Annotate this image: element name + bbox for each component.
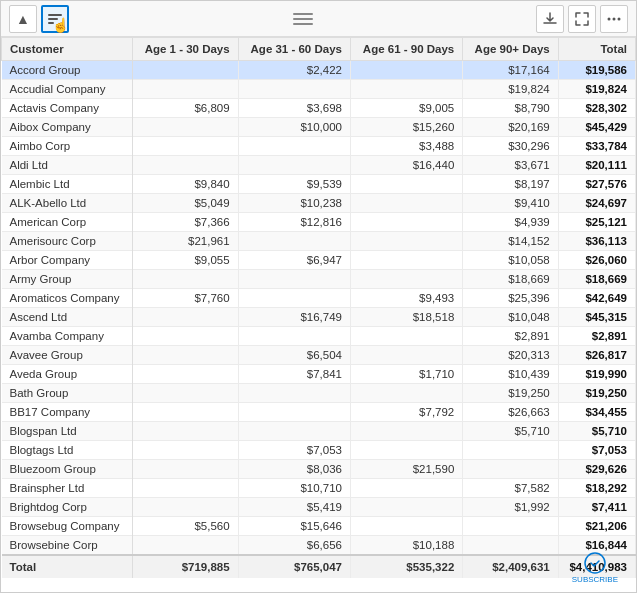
- cell-amount: [132, 118, 238, 137]
- cell-amount: $6,504: [238, 346, 350, 365]
- table-row: ALK-Abello Ltd$5,049$10,238$9,410$24,697: [2, 194, 636, 213]
- table-row: American Corp$7,366$12,816$4,939$25,121: [2, 213, 636, 232]
- svg-point-3: [608, 17, 611, 20]
- table-wrapper[interactable]: Customer Age 1 - 30 Days Age 31 - 60 Day…: [1, 37, 636, 592]
- cell-customer: Accord Group: [2, 61, 133, 80]
- cell-customer: Aromaticos Company: [2, 289, 133, 308]
- cell-amount: $5,710: [463, 422, 558, 441]
- cell-amount: $10,238: [238, 194, 350, 213]
- cell-amount: $6,947: [238, 251, 350, 270]
- total-age-1-30: $719,885: [132, 555, 238, 578]
- cell-amount: $24,697: [558, 194, 635, 213]
- scroll-up-button[interactable]: ▲: [9, 5, 37, 33]
- sort-button[interactable]: [41, 5, 69, 33]
- cell-amount: $7,053: [558, 441, 635, 460]
- cell-amount: $3,488: [350, 137, 462, 156]
- cell-amount: $7,366: [132, 213, 238, 232]
- cell-amount: [350, 194, 462, 213]
- cell-amount: [132, 137, 238, 156]
- col-header-age-1-30: Age 1 - 30 Days: [132, 38, 238, 61]
- cell-customer: Blogspan Ltd: [2, 422, 133, 441]
- cell-amount: $18,292: [558, 479, 635, 498]
- cell-amount: $7,760: [132, 289, 238, 308]
- cell-amount: [350, 61, 462, 80]
- sort-icon: [47, 11, 63, 27]
- table-row: Browsebine Corp$6,656$10,188$16,844: [2, 536, 636, 556]
- cell-amount: $5,560: [132, 517, 238, 536]
- cell-amount: $21,961: [132, 232, 238, 251]
- cell-amount: $19,990: [558, 365, 635, 384]
- cell-amount: [463, 460, 558, 479]
- svg-point-6: [585, 553, 605, 573]
- cell-amount: $7,792: [350, 403, 462, 422]
- cell-amount: $5,049: [132, 194, 238, 213]
- cell-amount: $9,840: [132, 175, 238, 194]
- more-button[interactable]: [600, 5, 628, 33]
- cell-amount: $25,396: [463, 289, 558, 308]
- col-header-total: Total: [558, 38, 635, 61]
- cell-amount: $20,169: [463, 118, 558, 137]
- cell-customer: ALK-Abello Ltd: [2, 194, 133, 213]
- cell-amount: [238, 232, 350, 251]
- subscribe-label: SUBSCRIBE: [572, 575, 618, 584]
- table-row: Browsebug Company$5,560$15,646$21,206: [2, 517, 636, 536]
- cell-amount: [350, 213, 462, 232]
- cell-amount: [350, 498, 462, 517]
- cell-amount: [132, 308, 238, 327]
- cell-amount: $7,582: [463, 479, 558, 498]
- cell-amount: [463, 441, 558, 460]
- table-row: Aldi Ltd$16,440$3,671$20,111: [2, 156, 636, 175]
- cell-amount: $8,790: [463, 99, 558, 118]
- table-row: Actavis Company$6,809$3,698$9,005$8,790$…: [2, 99, 636, 118]
- table-row: Accudial Company$19,824$19,824: [2, 80, 636, 99]
- main-container: ▲: [0, 0, 637, 593]
- cell-amount: $9,493: [350, 289, 462, 308]
- cell-amount: [132, 61, 238, 80]
- cell-amount: $5,419: [238, 498, 350, 517]
- cell-amount: $19,824: [558, 80, 635, 99]
- cell-amount: $19,586: [558, 61, 635, 80]
- cell-amount: $9,539: [238, 175, 350, 194]
- cell-amount: [350, 346, 462, 365]
- cell-customer: Aveda Group: [2, 365, 133, 384]
- col-header-age-31-60: Age 31 - 60 Days: [238, 38, 350, 61]
- cell-customer: Bluezoom Group: [2, 460, 133, 479]
- cell-amount: [132, 536, 238, 556]
- cell-customer: Brightdog Corp: [2, 498, 133, 517]
- cell-amount: $2,891: [558, 327, 635, 346]
- cell-amount: $1,710: [350, 365, 462, 384]
- cell-customer: Ascend Ltd: [2, 308, 133, 327]
- drag-handle[interactable]: [289, 9, 317, 29]
- cell-amount: $2,891: [463, 327, 558, 346]
- cell-amount: [132, 384, 238, 403]
- cell-amount: [350, 479, 462, 498]
- table-row: Accord Group$2,422$17,164$19,586: [2, 61, 636, 80]
- cell-amount: $27,576: [558, 175, 635, 194]
- cell-amount: [238, 403, 350, 422]
- cell-amount: $20,313: [463, 346, 558, 365]
- table-row: Aimbo Corp$3,488$30,296$33,784: [2, 137, 636, 156]
- cell-amount: $12,816: [238, 213, 350, 232]
- cell-amount: [350, 327, 462, 346]
- subscribe-badge[interactable]: SUBSCRIBE: [572, 551, 618, 584]
- cell-amount: [132, 327, 238, 346]
- cell-amount: $45,315: [558, 308, 635, 327]
- expand-button[interactable]: [568, 5, 596, 33]
- table-row: Amerisourc Corp$21,961$14,152$36,113: [2, 232, 636, 251]
- cell-amount: $4,939: [463, 213, 558, 232]
- cell-amount: $16,440: [350, 156, 462, 175]
- cell-amount: $10,710: [238, 479, 350, 498]
- table-row: Brightdog Corp$5,419$1,992$7,411: [2, 498, 636, 517]
- toolbar-left: ▲: [9, 5, 69, 33]
- table-row: Bath Group$19,250$19,250: [2, 384, 636, 403]
- table-row: Bluezoom Group$8,036$21,590$29,626: [2, 460, 636, 479]
- cell-amount: [350, 232, 462, 251]
- cell-customer: BB17 Company: [2, 403, 133, 422]
- expand-icon: [574, 11, 590, 27]
- download-button[interactable]: [536, 5, 564, 33]
- cell-amount: [132, 80, 238, 99]
- cell-amount: [238, 80, 350, 99]
- cell-amount: $17,164: [463, 61, 558, 80]
- cell-customer: Browsebine Corp: [2, 536, 133, 556]
- table-row: BB17 Company$7,792$26,663$34,455: [2, 403, 636, 422]
